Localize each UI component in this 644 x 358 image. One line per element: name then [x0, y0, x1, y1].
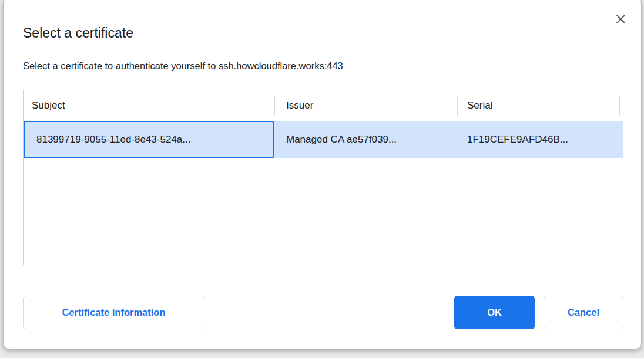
certificate-table: Subject Issuer Serial 81399719-9055-11ed… — [23, 90, 623, 265]
certificate-select-dialog: Select a certificate Select a certificat… — [3, 0, 642, 349]
table-row[interactable]: 81399719-9055-11ed-8e43-524a... Managed … — [24, 121, 623, 158]
cancel-button[interactable]: Cancel — [544, 296, 623, 329]
column-header-subject: Subject — [32, 90, 65, 121]
certificate-information-button[interactable]: Certificate information — [23, 296, 204, 329]
cell-subject[interactable]: 81399719-9055-11ed-8e43-524a... — [36, 121, 190, 158]
close-button[interactable] — [614, 12, 627, 25]
close-icon — [616, 14, 626, 24]
column-header-serial: Serial — [467, 90, 492, 121]
cell-serial[interactable]: 1F19CEFE9AFD46B... — [467, 121, 568, 158]
column-header-issuer: Issuer — [286, 90, 313, 121]
ok-button[interactable]: OK — [454, 296, 535, 329]
column-separator — [274, 96, 275, 116]
dialog-subtitle: Select a certificate to authenticate you… — [23, 60, 343, 72]
column-separator — [457, 96, 458, 116]
cell-issuer[interactable]: Managed CA ae57f039... — [286, 121, 397, 158]
page-title: Select a certificate — [23, 25, 133, 41]
column-separator — [619, 96, 620, 116]
table-header: Subject Issuer Serial — [24, 90, 623, 121]
